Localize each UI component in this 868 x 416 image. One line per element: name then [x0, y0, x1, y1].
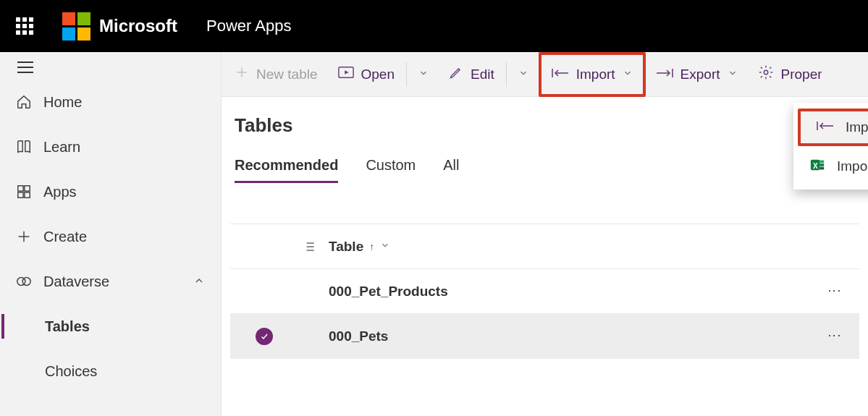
tab-recommended[interactable]: Recommended: [235, 157, 338, 183]
sidebar-item-dataverse[interactable]: Dataverse: [0, 259, 221, 304]
tab-label: Recommended: [235, 157, 338, 173]
edit-icon: [449, 65, 463, 83]
sidebar-subitem-choices[interactable]: Choices: [0, 349, 221, 394]
sidebar-item-apps[interactable]: Apps: [0, 169, 221, 214]
sidebar-item-label: Apps: [43, 184, 77, 200]
svg-rect-3: [25, 192, 30, 198]
dd-label: Import data: [846, 119, 868, 135]
command-bar: New table Open Edit: [222, 52, 868, 97]
import-icon: [817, 119, 834, 135]
cmd-label: Open: [361, 67, 395, 82]
excel-icon: X: [809, 157, 825, 177]
open-chevron-button[interactable]: [408, 52, 439, 97]
more-vertical-icon: ⋮: [827, 329, 843, 344]
column-header-table[interactable]: Table ↑: [329, 239, 819, 255]
chevron-up-icon: [193, 273, 205, 290]
svg-rect-22: [820, 166, 825, 169]
svg-rect-0: [18, 186, 23, 191]
home-icon: [16, 94, 43, 110]
row-name-cell[interactable]: 000_Pets: [329, 328, 819, 344]
tables-grid: Table ↑ 000_Pet_Products: [230, 224, 859, 359]
page-title: Tables: [235, 114, 859, 137]
cmd-label: Import: [576, 67, 615, 82]
chevron-down-icon: [418, 68, 429, 80]
new-table-button[interactable]: New table: [224, 52, 328, 97]
cmd-label: Proper: [781, 67, 822, 82]
row-more-button[interactable]: ⋮: [819, 284, 851, 299]
dd-label: Import data from Excel: [837, 158, 868, 174]
separator: [506, 62, 507, 87]
tab-label: Custom: [366, 157, 416, 173]
sidebar-item-learn[interactable]: Learn: [0, 124, 221, 169]
svg-rect-2: [18, 192, 23, 198]
edit-chevron-button[interactable]: [508, 52, 539, 97]
open-button[interactable]: Open: [328, 52, 405, 97]
table-row[interactable]: 000_Pet_Products ⋮: [230, 269, 859, 314]
export-icon: [656, 67, 673, 82]
import-dropdown: Import data X Import data from Excel: [793, 103, 868, 190]
sidebar-subitem-label: Tables: [45, 318, 90, 335]
plus-icon: [235, 65, 249, 83]
sidebar-item-home[interactable]: Home: [0, 80, 221, 124]
row-select-cell[interactable]: [239, 328, 290, 345]
svg-rect-20: [820, 160, 825, 163]
row-name: 000_Pets: [329, 328, 388, 344]
content-panel: Tables Recommended Custom All: [222, 97, 868, 416]
tab-all[interactable]: All: [443, 157, 459, 183]
sidebar-item-label: Learn: [43, 139, 80, 156]
sidebar-item-label: Create: [43, 229, 87, 245]
svg-rect-21: [820, 164, 825, 166]
edit-button[interactable]: Edit: [439, 52, 505, 97]
apps-icon: [16, 184, 43, 200]
list-icon[interactable]: [290, 239, 329, 254]
properties-button[interactable]: Proper: [748, 52, 833, 97]
nav-toggle-button[interactable]: [17, 67, 221, 68]
row-name: 000_Pet_Products: [329, 284, 448, 300]
sidebar: Home Learn Apps Create Dataverse: [0, 52, 222, 416]
chevron-down-icon: [518, 68, 528, 80]
tab-strip: Recommended Custom All: [235, 157, 859, 183]
import-button[interactable]: Import: [539, 52, 646, 97]
gear-icon: [758, 64, 774, 84]
check-circle-icon: [256, 328, 273, 345]
row-name-cell[interactable]: 000_Pet_Products: [329, 284, 819, 300]
import-icon: [552, 67, 569, 82]
svg-point-15: [764, 70, 768, 75]
brand-block: Microsoft: [62, 12, 177, 41]
app-launcher-icon[interactable]: [16, 17, 33, 35]
sidebar-item-label: Dataverse: [43, 273, 109, 290]
svg-point-7: [22, 278, 30, 286]
table-row[interactable]: 000_Pets ⋮: [230, 314, 859, 359]
sidebar-item-label: Home: [43, 94, 82, 111]
plus-icon: [16, 229, 43, 245]
cmd-label: New table: [256, 67, 318, 82]
tab-label: All: [443, 157, 459, 173]
sidebar-subitem-label: Choices: [45, 363, 97, 380]
dataverse-icon: [16, 273, 43, 289]
more-vertical-icon: ⋮: [827, 284, 843, 299]
svg-rect-1: [25, 186, 30, 191]
chevron-down-icon: [380, 240, 390, 252]
global-header: Microsoft Power Apps: [0, 0, 868, 52]
cmd-label: Export: [681, 67, 720, 82]
book-icon: [16, 139, 43, 155]
column-header-label: Table: [329, 239, 363, 255]
import-data-item[interactable]: Import data: [798, 109, 868, 146]
brand-text: Microsoft: [99, 16, 177, 36]
chevron-down-icon: [623, 68, 633, 80]
sidebar-item-create[interactable]: Create: [0, 214, 221, 259]
app-name: Power Apps: [206, 17, 291, 35]
separator: [406, 62, 407, 87]
row-more-button[interactable]: ⋮: [819, 329, 851, 344]
main-area: New table Open Edit: [222, 52, 868, 416]
microsoft-logo-icon: [62, 12, 90, 41]
chevron-down-icon: [728, 68, 738, 80]
open-icon: [338, 66, 354, 82]
tab-custom[interactable]: Custom: [366, 157, 416, 183]
import-excel-item[interactable]: X Import data from Excel: [793, 148, 868, 185]
sidebar-subitem-tables[interactable]: Tables: [0, 304, 221, 349]
svg-text:X: X: [813, 161, 818, 169]
table-header-row: Table ↑: [230, 224, 859, 269]
sort-asc-icon: ↑: [369, 241, 374, 252]
export-button[interactable]: Export: [646, 52, 748, 97]
